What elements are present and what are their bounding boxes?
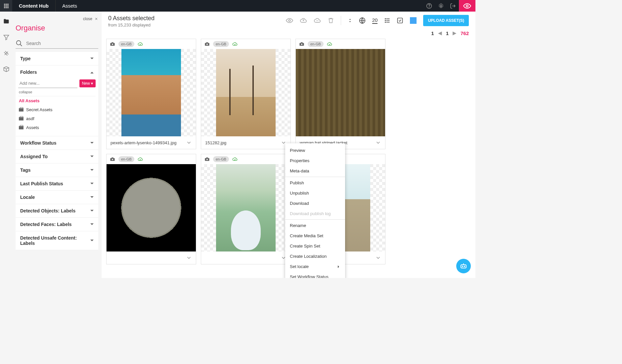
logout-icon[interactable] (447, 3, 459, 9)
collapse-link[interactable]: collapse (19, 90, 95, 94)
cloud-upload-icon[interactable] (300, 17, 307, 24)
acc-locale[interactable]: Locale (16, 191, 98, 204)
acc-workflow[interactable]: Workflow Status (16, 136, 98, 150)
asset-filename: 151282.jpg (205, 140, 281, 145)
acc-detected-unsafe[interactable]: Detected Unsafe Content: Labels (16, 231, 98, 250)
chevron-down-icon (90, 196, 94, 200)
folder-item[interactable]: asdf (18, 114, 96, 123)
svg-rect-11 (387, 20, 388, 21)
menu-item-download[interactable]: Download (285, 198, 345, 208)
asset-card[interactable]: en-GB woman hat striped jacket (295, 39, 385, 149)
gear-icon[interactable] (435, 3, 447, 9)
search-input[interactable] (23, 41, 98, 46)
menu-item-create-spin-set[interactable]: Create Spin Set (285, 241, 345, 251)
menu-item-properties[interactable]: Properties (285, 156, 345, 166)
menu-separator (285, 177, 345, 177)
total-pages[interactable]: 762 (461, 30, 469, 36)
next-page-icon[interactable]: ▶ (453, 30, 457, 36)
acc-assigned[interactable]: Assigned To (16, 150, 98, 163)
add-folder-input[interactable] (18, 79, 77, 88)
cloud-published-icon (232, 157, 238, 162)
globe-icon[interactable] (359, 17, 366, 24)
menu-label: Publish (290, 180, 304, 185)
folder-label: All Assets (19, 98, 39, 103)
new-folder-button[interactable]: New ▾ (79, 79, 96, 87)
asset-card[interactable]: en-GB (201, 154, 291, 264)
asset-card[interactable]: en-GB 151282.jpg (201, 39, 291, 149)
locale-chip: en-GB (308, 41, 324, 47)
box-icon[interactable] (3, 66, 10, 72)
apps-menu-button[interactable] (0, 0, 12, 12)
menu-item-create-media-set[interactable]: Create Media Set (285, 231, 345, 241)
checkbox-icon[interactable] (397, 17, 403, 24)
svg-rect-15 (388, 22, 389, 23)
chevron-down-icon[interactable] (186, 255, 192, 261)
bot-icon (460, 262, 467, 270)
page-size-select[interactable]: 20 (372, 17, 378, 24)
close-sidebar[interactable]: close (16, 17, 98, 21)
preview-panel-toggle[interactable] (459, 0, 475, 12)
briefcase-icon (19, 126, 23, 129)
sort-icon[interactable] (348, 17, 352, 24)
menu-label: Download publish log (290, 211, 331, 216)
search-box[interactable] (16, 38, 98, 49)
briefcase-icon (19, 108, 23, 112)
trash-icon[interactable] (328, 17, 334, 24)
acc-label: Type (20, 56, 31, 61)
menu-label: Create Media Set (290, 233, 323, 238)
acc-label: Detected Unsafe Content: Labels (20, 235, 90, 246)
menu-item-rename[interactable]: Rename (285, 220, 345, 231)
upload-button[interactable]: UPLOAD ASSET(S) (423, 15, 469, 26)
selection-toggle[interactable] (410, 17, 417, 24)
sidebar-title: Organise (16, 24, 98, 32)
selection-sub: from 15,233 displayed (108, 23, 155, 27)
menu-item-meta-data[interactable]: Meta-data (285, 166, 345, 176)
acc-type[interactable]: Type (16, 52, 98, 65)
help-icon[interactable] (423, 3, 435, 9)
folder-icon[interactable] (3, 18, 10, 25)
toolbar: 0 Assets selected from 15,233 displayed … (102, 12, 475, 29)
acc-label: Detected Objects: Labels (20, 208, 75, 213)
chevron-right-icon (338, 265, 340, 268)
acc-publish[interactable]: Last Publish Status (16, 177, 98, 190)
chat-fab[interactable] (456, 259, 471, 273)
topbar: Content Hub Assets (0, 0, 475, 12)
folder-all-assets[interactable]: All Assets (18, 96, 96, 105)
chevron-down-icon (90, 169, 94, 172)
svg-rect-14 (387, 22, 388, 23)
filter-icon[interactable] (3, 34, 10, 41)
svg-rect-10 (385, 20, 386, 21)
apps-icon (4, 4, 9, 8)
asset-card[interactable]: en-GB pexels-artem-lysenko-1499341.jpg (106, 39, 196, 149)
svg-point-3 (466, 5, 468, 7)
chevron-down-icon[interactable] (375, 140, 381, 146)
svg-point-4 (17, 41, 21, 45)
asset-card[interactable]: en-GB (106, 154, 196, 264)
grid-view-icon[interactable] (384, 18, 390, 23)
search-icon (16, 40, 23, 47)
cloud-off-icon[interactable] (314, 17, 321, 24)
acc-detected-objects[interactable]: Detected Objects: Labels (16, 204, 98, 217)
folder-item[interactable]: Assets (18, 123, 96, 132)
prev-page-icon[interactable]: ◀ (438, 30, 442, 36)
folder-item[interactable]: Secret Assets (18, 105, 96, 114)
acc-folders[interactable]: Folders (16, 66, 98, 79)
menu-item-create-localization[interactable]: Create Localization (285, 251, 345, 261)
chevron-down-icon[interactable] (375, 255, 381, 261)
selection-title: 0 Assets selected (108, 15, 155, 22)
locale-chip: en-GB (213, 41, 229, 47)
eye-icon (463, 2, 471, 10)
eye-icon[interactable] (286, 17, 293, 24)
menu-item-preview[interactable]: Preview (285, 145, 345, 156)
acc-label: Workflow Status (20, 140, 56, 146)
tools-icon[interactable] (3, 50, 10, 57)
acc-detected-faces[interactable]: Detected Faces: Labels (16, 218, 98, 231)
menu-item-unpublish[interactable]: Unpublish (285, 188, 345, 198)
chevron-down-icon[interactable] (186, 140, 192, 146)
menu-item-publish[interactable]: Publish (285, 178, 345, 188)
asset-filename: pexels-artem-lysenko-1499341.jpg (111, 140, 186, 145)
acc-tags[interactable]: Tags (16, 163, 98, 177)
menu-item-set-locale[interactable]: Set locale (285, 261, 345, 272)
menu-item-set-workflow-status[interactable]: Set Workflow Status (285, 272, 345, 278)
section-title: Assets (56, 3, 84, 9)
